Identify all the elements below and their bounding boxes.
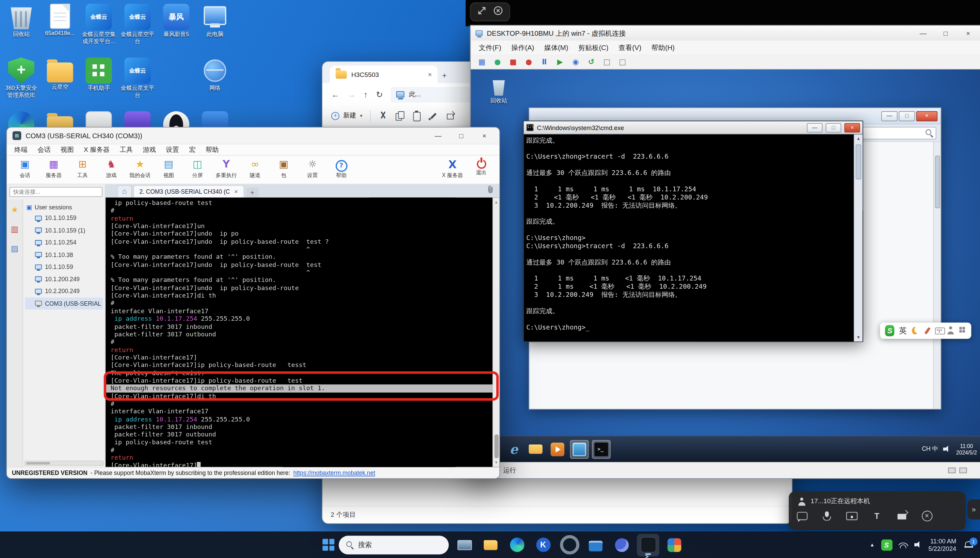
desktop-icon[interactable]: 360天擎安全 管理系统IE bbox=[2, 57, 40, 98]
rename-icon[interactable] bbox=[429, 111, 438, 120]
toolbar-button[interactable]: 退出 bbox=[467, 158, 496, 177]
vm-taskbar-app[interactable] bbox=[548, 440, 567, 459]
taskbar-search[interactable]: 搜索 bbox=[339, 535, 449, 554]
menu-item[interactable]: 媒体(M) bbox=[539, 43, 573, 53]
vm-toolbar-button[interactable] bbox=[585, 56, 597, 67]
vm-toolbar-button[interactable] bbox=[601, 56, 612, 67]
maximize-button[interactable]: □ bbox=[936, 29, 955, 37]
copy-icon[interactable] bbox=[395, 111, 405, 120]
vm-title-bar[interactable]: DESKTOP-9H10BMU 上的 win7 - 虚拟机连接 — □ × bbox=[471, 26, 980, 41]
menu-item[interactable]: X 服务器 bbox=[79, 145, 115, 154]
toolbar-button[interactable]: 帮助 bbox=[327, 158, 356, 179]
taskbar-app[interactable]: K bbox=[532, 533, 554, 556]
toolbar-button[interactable]: 分屏 bbox=[183, 158, 212, 179]
tab-close-button[interactable]: × bbox=[428, 71, 432, 78]
menu-item[interactable]: 视图 bbox=[56, 145, 79, 154]
menu-item[interactable]: 操作(A) bbox=[506, 43, 539, 53]
vm-taskbar-app[interactable] bbox=[570, 440, 589, 459]
favorites-star-icon[interactable] bbox=[11, 206, 18, 214]
session-item[interactable]: 10.1.10.254 bbox=[25, 236, 103, 248]
upgrade-link[interactable]: https://mobaxterm.mobatek.net bbox=[293, 469, 375, 476]
menu-item[interactable]: 剪贴板(C) bbox=[573, 43, 613, 53]
taskbar-app[interactable] bbox=[479, 533, 502, 556]
quick-connect-input[interactable] bbox=[10, 187, 103, 197]
remote-sessions-icon[interactable] bbox=[11, 225, 19, 233]
vm-screen[interactable]: 回收站 — □ × ← → C: bbox=[471, 69, 980, 462]
cmd-title-bar[interactable]: C:\Windows\system32\cmd.exe — □ × bbox=[524, 121, 862, 135]
session-item[interactable]: 10.1.10.159 bbox=[25, 212, 103, 224]
skin-brush-icon[interactable] bbox=[923, 326, 931, 335]
menu-item[interactable]: 帮助 bbox=[200, 145, 224, 154]
vm-taskbar-app[interactable] bbox=[526, 440, 545, 459]
scroll-down-arrow[interactable]: ▼ bbox=[856, 333, 861, 341]
terminal-tab[interactable]: 2. COM3 (USB-SERIAL CH340 (C × bbox=[133, 185, 244, 197]
new-button[interactable]: 新建 ▾ bbox=[331, 111, 362, 120]
vm-toolbar-button[interactable] bbox=[476, 56, 487, 67]
up-button[interactable]: ↑ bbox=[364, 90, 368, 99]
new-tab-button[interactable]: + bbox=[246, 187, 259, 197]
desktop-icon[interactable]: 暴风 暴风影音5 bbox=[157, 4, 195, 44]
notification-bell[interactable]: 1 bbox=[963, 538, 975, 551]
maximize-button[interactable]: □ bbox=[899, 111, 915, 121]
terminal[interactable]: ip policy-based-route test#return[Core-V… bbox=[105, 197, 499, 467]
vm-clock[interactable]: 11:00 2024/5/2 bbox=[956, 443, 977, 456]
minimize-button[interactable]: — bbox=[914, 29, 932, 37]
sogou-input-toolbar[interactable]: S 英 bbox=[880, 322, 971, 339]
close-button[interactable]: × bbox=[959, 29, 978, 37]
collapse-chevron-tab[interactable]: » bbox=[967, 499, 980, 520]
notification-action-button[interactable]: T bbox=[869, 508, 885, 524]
toolbar-button[interactable]: 服务器 bbox=[39, 158, 68, 179]
menu-item[interactable]: 会话 bbox=[32, 145, 56, 154]
paste-icon[interactable] bbox=[412, 111, 421, 120]
toolbar-button[interactable]: 我的会话 bbox=[126, 158, 154, 179]
vm-recycle-bin-icon[interactable]: 回收站 bbox=[482, 78, 516, 105]
desktop-icon[interactable]: 金蝶云 金蝶云星支平 台 bbox=[119, 57, 156, 98]
close-button[interactable]: × bbox=[916, 111, 937, 121]
minimize-button[interactable]: — bbox=[429, 132, 447, 139]
toolbox-icon[interactable] bbox=[959, 326, 966, 335]
notification-action-button[interactable] bbox=[919, 508, 935, 524]
taskbar-app[interactable] bbox=[663, 533, 685, 556]
toolbar-button[interactable]: 工具 bbox=[68, 158, 97, 179]
vm-toolbar-button[interactable] bbox=[554, 56, 566, 67]
terminal-scrollbar[interactable]: ▲ ▼ bbox=[493, 197, 499, 467]
search-box[interactable] bbox=[862, 126, 936, 139]
desktop-icon[interactable]: 手机助手 bbox=[80, 57, 118, 98]
language-indicator[interactable]: CH 中 bbox=[922, 445, 938, 453]
desktop-icon[interactable]: 65a0418e... bbox=[41, 4, 79, 44]
volume-icon[interactable] bbox=[943, 446, 951, 453]
tab-close-button[interactable]: × bbox=[234, 188, 238, 195]
desktop-icon[interactable]: 云星空 bbox=[41, 57, 79, 98]
notification-action-button[interactable] bbox=[894, 508, 910, 524]
macros-icon[interactable] bbox=[11, 245, 19, 253]
new-tab-button[interactable]: + bbox=[438, 68, 451, 83]
vm-toolbar-button[interactable] bbox=[617, 56, 628, 67]
scroll-up-arrow[interactable]: ▲ bbox=[856, 135, 861, 143]
taskbar-app[interactable] bbox=[453, 533, 475, 556]
sogou-logo[interactable]: S bbox=[885, 325, 895, 336]
menu-item[interactable]: 游戏 bbox=[138, 145, 161, 154]
desktop-icon[interactable]: 网络 bbox=[197, 57, 234, 92]
home-tab-button[interactable]: ⌂ bbox=[117, 185, 132, 197]
notification-action-button[interactable] bbox=[794, 508, 810, 524]
network-icon[interactable] bbox=[898, 542, 908, 548]
back-button[interactable]: ← bbox=[331, 90, 339, 99]
close-circle-icon[interactable] bbox=[493, 6, 503, 18]
toolbar-button[interactable]: 隧道 bbox=[241, 158, 269, 179]
notification-action-button[interactable] bbox=[819, 508, 835, 524]
maximize-button[interactable]: □ bbox=[452, 132, 471, 139]
sogou-tray-icon[interactable]: S bbox=[881, 539, 892, 550]
taskbar-app[interactable] bbox=[558, 533, 581, 556]
close-button[interactable]: × bbox=[475, 132, 493, 139]
menu-item[interactable]: 帮助(H) bbox=[646, 43, 680, 53]
menu-item[interactable]: 宏 bbox=[184, 145, 201, 154]
session-item[interactable]: COM3 (USB-SERIAL bbox=[25, 297, 103, 310]
vm-taskbar-app[interactable]: e bbox=[505, 440, 523, 459]
vm-toolbar-button[interactable] bbox=[508, 56, 519, 67]
toolbar-button[interactable]: 多重执行 bbox=[212, 158, 240, 179]
cmd-scrollbar[interactable]: ▲ ▼ bbox=[854, 135, 862, 341]
start-button[interactable] bbox=[322, 539, 334, 551]
vm-explorer-scrollbar[interactable] bbox=[933, 142, 941, 409]
clock[interactable]: 11:00 AM 5/22/2024 bbox=[929, 537, 957, 552]
menu-item[interactable]: 查看(V) bbox=[613, 43, 646, 53]
